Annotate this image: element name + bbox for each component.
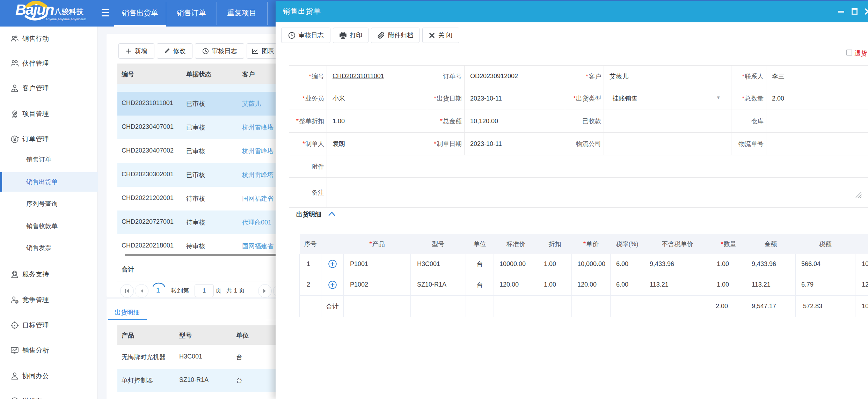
svg-text:vs: vs [16,301,19,303]
